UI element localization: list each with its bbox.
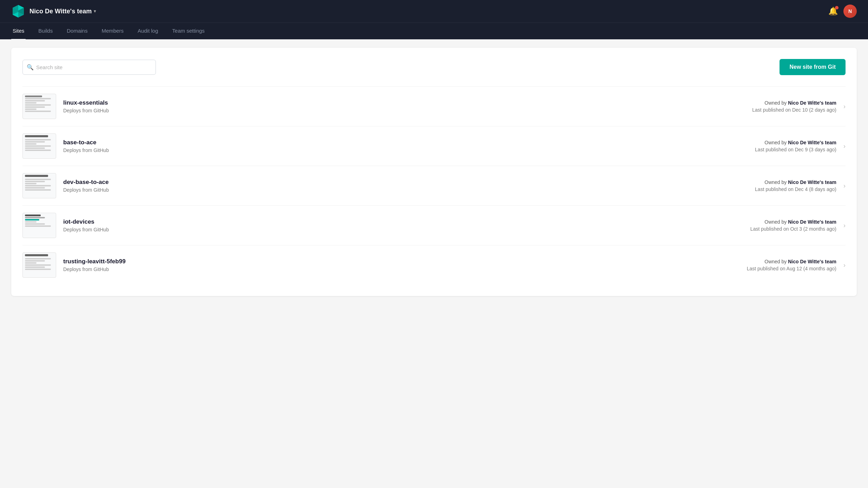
nav-label-members: Members — [101, 28, 124, 34]
site-meta: Owned by Nico De Witte's teamLast publis… — [750, 219, 836, 232]
site-name: base-to-ace — [63, 139, 755, 146]
site-thumbnail — [22, 213, 56, 238]
site-owner: Owned by Nico De Witte's team — [755, 140, 836, 145]
site-name: trusting-leavitt-5feb99 — [63, 258, 747, 265]
site-list-item[interactable]: dev-base-to-aceDeploys from GitHubOwned … — [22, 166, 846, 205]
site-deploy-source: Deploys from GitHub — [63, 108, 752, 113]
nav-item-domains[interactable]: Domains — [65, 23, 89, 40]
site-list-item[interactable]: base-to-aceDeploys from GitHubOwned by N… — [22, 126, 846, 166]
site-list: linux-essentialsDeploys from GitHubOwned… — [22, 86, 846, 285]
site-meta: Owned by Nico De Witte's teamLast publis… — [755, 179, 836, 192]
site-thumbnail — [22, 252, 56, 278]
site-name: dev-base-to-ace — [63, 179, 755, 186]
site-name: linux-essentials — [63, 99, 752, 106]
team-name-label: Nico De Witte's team — [29, 8, 92, 15]
team-name-dropdown[interactable]: Nico De Witte's team ▾ — [29, 8, 96, 15]
search-input[interactable] — [22, 60, 156, 75]
notification-badge — [835, 6, 839, 9]
site-deploy-source: Deploys from GitHub — [63, 187, 755, 193]
site-published: Last published on Dec 4 (8 days ago) — [755, 186, 836, 192]
nav-item-audit-log[interactable]: Audit log — [136, 23, 159, 40]
chevron-right-icon: › — [843, 182, 846, 190]
nav-item-team-settings[interactable]: Team settings — [171, 23, 206, 40]
site-info: trusting-leavitt-5feb99Deploys from GitH… — [63, 258, 747, 272]
nav-label-team-settings: Team settings — [172, 28, 205, 34]
site-thumbnail — [22, 133, 56, 159]
content-card: 🔍 New site from Git linux-essentialsDepl… — [11, 48, 857, 296]
header-right: 🔔 N — [828, 5, 857, 18]
site-deploy-source: Deploys from GitHub — [63, 266, 747, 272]
site-name: iot-devices — [63, 218, 750, 225]
site-owner: Owned by Nico De Witte's team — [747, 259, 836, 264]
site-published: Last published on Dec 10 (2 days ago) — [752, 107, 836, 113]
avatar[interactable]: N — [843, 5, 857, 18]
chevron-right-icon: › — [843, 262, 846, 269]
site-meta: Owned by Nico De Witte's teamLast publis… — [747, 259, 836, 271]
site-info: dev-base-to-aceDeploys from GitHub — [63, 179, 755, 193]
toolbar: 🔍 New site from Git — [22, 59, 846, 75]
site-meta: Owned by Nico De Witte's teamLast publis… — [755, 140, 836, 152]
header: Nico De Witte's team ▾ 🔔 N — [0, 0, 868, 22]
nav-label-sites: Sites — [13, 28, 24, 34]
site-list-item[interactable]: linux-essentialsDeploys from GitHubOwned… — [22, 86, 846, 126]
team-chevron-icon: ▾ — [94, 9, 96, 14]
site-list-item[interactable]: trusting-leavitt-5feb99Deploys from GitH… — [22, 245, 846, 285]
site-info: base-to-aceDeploys from GitHub — [63, 139, 755, 153]
nav-item-sites[interactable]: Sites — [11, 23, 26, 40]
search-wrapper: 🔍 — [22, 60, 156, 75]
nav-item-builds[interactable]: Builds — [37, 23, 54, 40]
site-info: linux-essentialsDeploys from GitHub — [63, 99, 752, 113]
site-thumbnail — [22, 173, 56, 198]
new-site-label: New site from Git — [789, 64, 836, 70]
nav-item-members[interactable]: Members — [100, 23, 125, 40]
search-icon: 🔍 — [27, 64, 34, 71]
chevron-right-icon: › — [843, 103, 846, 110]
netlify-logo — [11, 4, 25, 18]
nav-label-domains: Domains — [67, 28, 87, 34]
site-info: iot-devicesDeploys from GitHub — [63, 218, 750, 232]
site-list-item[interactable]: iot-devicesDeploys from GitHubOwned by N… — [22, 205, 846, 245]
site-deploy-source: Deploys from GitHub — [63, 227, 750, 232]
nav-label-audit-log: Audit log — [138, 28, 158, 34]
site-meta: Owned by Nico De Witte's teamLast publis… — [752, 100, 836, 113]
site-deploy-source: Deploys from GitHub — [63, 147, 755, 153]
avatar-initials: N — [848, 8, 852, 14]
main-nav: Sites Builds Domains Members Audit log T… — [0, 22, 868, 39]
chevron-right-icon: › — [843, 143, 846, 150]
site-owner: Owned by Nico De Witte's team — [752, 100, 836, 106]
header-left: Nico De Witte's team ▾ — [11, 4, 96, 18]
site-published: Last published on Oct 3 (2 months ago) — [750, 226, 836, 232]
main-content: 🔍 New site from Git linux-essentialsDepl… — [0, 39, 868, 304]
site-owner: Owned by Nico De Witte's team — [750, 219, 836, 225]
chevron-right-icon: › — [843, 222, 846, 229]
nav-label-builds: Builds — [38, 28, 53, 34]
site-published: Last published on Aug 12 (4 months ago) — [747, 266, 836, 271]
site-thumbnail — [22, 94, 56, 119]
site-published: Last published on Dec 9 (3 days ago) — [755, 147, 836, 152]
new-site-button[interactable]: New site from Git — [780, 59, 846, 75]
site-owner: Owned by Nico De Witte's team — [755, 179, 836, 185]
notifications-button[interactable]: 🔔 — [828, 7, 838, 16]
